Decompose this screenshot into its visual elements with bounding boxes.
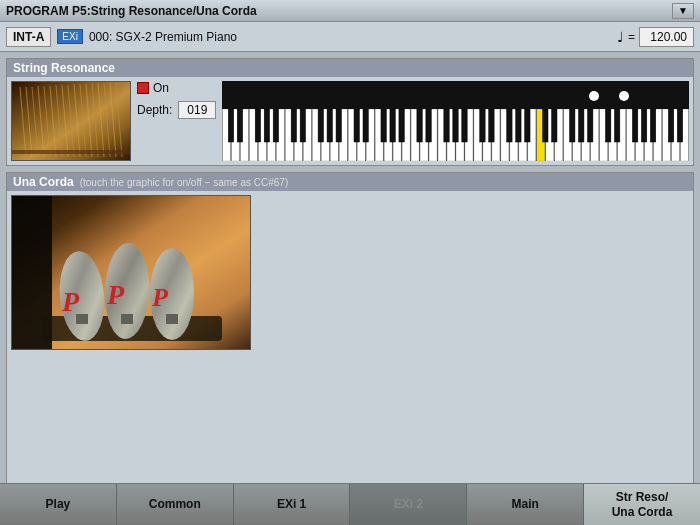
tempo-value[interactable]: 120.00 [639,27,694,47]
key-dot-2 [619,91,629,101]
depth-label: Depth: [137,103,172,117]
on-indicator [137,82,149,94]
tab-play[interactable]: Play [0,484,117,525]
tab-strreso[interactable]: Str Reso/ Una Corda [584,484,700,525]
svg-rect-78 [318,109,323,142]
tab-common[interactable]: Common [117,484,234,525]
svg-rect-101 [606,109,611,142]
svg-text:P: P [106,279,125,310]
on-label: On [153,81,169,95]
svg-text:P: P [61,286,80,317]
depth-value[interactable]: 019 [178,101,216,119]
svg-rect-99 [579,109,584,142]
svg-rect-75 [274,109,279,142]
tab-main[interactable]: Main [467,484,584,525]
depth-row: Depth: 019 [137,101,216,119]
pedal-svg: P P P [12,196,251,350]
svg-rect-71 [229,109,234,142]
svg-text:P: P [151,283,169,312]
svg-rect-84 [390,109,395,142]
svg-rect-103 [633,109,638,142]
svg-rect-81 [354,109,359,142]
svg-rect-85 [399,109,404,142]
tempo-container: ♩ = 120.00 [617,27,694,47]
una-corda-body[interactable]: P P P [7,191,693,512]
string-resonance-section: String Resonance [6,58,694,166]
preset-name: 000: SGX-2 Premium Piano [89,30,611,44]
title-bar: PROGRAM P5:String Resonance/Una Corda ▼ [0,0,700,22]
svg-rect-80 [336,109,341,142]
svg-rect-106 [669,109,674,142]
svg-rect-89 [453,109,458,142]
piano-keys-svg [222,109,689,161]
svg-rect-82 [363,109,368,142]
svg-rect-77 [300,109,305,142]
key-dot-1 [589,91,599,101]
svg-rect-86 [417,109,422,142]
on-toggle[interactable]: On [137,81,169,95]
header-row: INT-A EXi 000: SGX-2 Premium Piano ♩ = 1… [0,22,700,52]
svg-rect-79 [327,109,332,142]
svg-rect-94 [516,109,521,142]
svg-rect-93 [507,109,512,142]
tempo-icon: ♩ [617,29,624,45]
bottom-tabs: Play Common EXi 1 EXi 2 Main Str Reso/ U… [0,483,700,525]
svg-rect-91 [480,109,485,142]
tab-exi1[interactable]: EXi 1 [234,484,351,525]
una-corda-title: Una Corda [13,175,74,189]
svg-rect-107 [678,109,683,142]
svg-rect-74 [265,109,270,142]
pedal-graphic[interactable]: P P P [11,195,251,350]
string-resonance-body: On Depth: 019 [7,77,693,165]
svg-rect-115 [121,314,133,324]
svg-rect-100 [588,109,593,142]
tab-exi2[interactable]: EXi 2 [350,484,467,525]
svg-rect-76 [292,109,297,142]
svg-rect-98 [570,109,575,142]
svg-rect-92 [489,109,494,142]
keyboard-dots [589,91,629,101]
svg-rect-83 [381,109,386,142]
svg-rect-73 [256,109,261,142]
una-corda-section: Una Corda (touch the graphic for on/off … [6,172,694,519]
piano-interior-graphic [12,82,130,160]
window-title: PROGRAM P5:String Resonance/Una Corda [6,4,257,18]
main-content: String Resonance [0,52,700,525]
una-corda-subtitle: (touch the graphic for on/off − same as … [80,177,289,188]
una-corda-header: Una Corda (touch the graphic for on/off … [7,173,693,191]
exi-badge: EXi [57,29,83,44]
string-resonance-header: String Resonance [7,59,693,77]
svg-rect-104 [642,109,647,142]
svg-rect-18 [12,150,131,154]
tempo-equals: = [628,30,635,44]
string-resonance-controls: On Depth: 019 [137,81,216,119]
svg-rect-102 [615,109,620,142]
svg-rect-97 [552,109,557,142]
svg-rect-88 [444,109,449,142]
svg-rect-116 [166,314,178,324]
keyboard-display [222,81,689,161]
svg-rect-96 [543,109,548,142]
svg-rect-105 [651,109,656,142]
title-dropdown-button[interactable]: ▼ [672,3,694,19]
bank-label[interactable]: INT-A [6,27,51,47]
svg-rect-90 [462,109,467,142]
svg-rect-95 [525,109,530,142]
svg-rect-72 [238,109,243,142]
piano-interior-image [11,81,131,161]
svg-rect-87 [426,109,431,142]
